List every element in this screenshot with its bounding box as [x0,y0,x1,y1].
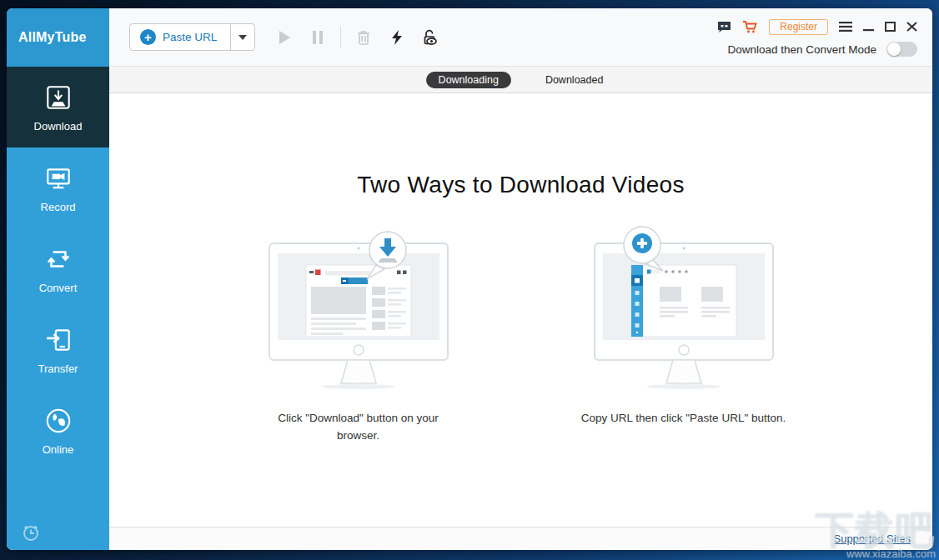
tab-strip: Downloading Downloaded [109,67,932,93]
page-title: Two Ways to Download Videos [357,172,685,198]
app-monitor-illustration [580,218,788,395]
pause-button[interactable] [307,27,329,48]
sidebar-item-label: Transfer [38,362,78,375]
close-icon[interactable] [906,19,917,34]
paste-url-label: Paste URL [163,31,217,43]
lightning-icon[interactable] [386,27,408,48]
sidebar-item-download[interactable]: Download [7,67,109,148]
sidebar-item-transfer[interactable]: Transfer [7,309,109,390]
method-figures: Click "Download" button on your browser. [254,218,788,445]
method-browser: Click "Download" button on your browser. [254,218,463,445]
play-button[interactable] [274,27,295,48]
method-caption: Copy URL then click "Paste URL" button. [581,410,786,428]
feedback-icon[interactable] [717,19,731,34]
toolbar: + Paste URL [109,8,932,67]
plus-icon: + [140,29,156,45]
transfer-icon [43,325,73,355]
mode-toggle[interactable] [886,42,917,57]
maximize-icon[interactable] [885,19,896,34]
method-caption: Click "Download" button on your browser. [260,410,456,445]
sidebar-item-record[interactable]: Record [7,148,109,228]
toolbar-icons [274,27,441,48]
header-right: Register Download then Convert M [717,18,917,57]
paste-url-dropdown-button[interactable] [230,24,254,50]
plus-button-icon [632,233,652,253]
sidebar-item-label: Record [41,201,76,213]
sidebar-item-label: Online [43,443,74,456]
cart-icon[interactable] [742,19,758,34]
sidebar-item-label: Download [34,120,83,132]
online-icon [43,406,73,436]
register-button[interactable]: Register [769,19,828,35]
sidebar-item-convert[interactable]: Convert [7,228,109,309]
paste-url-split-button: + Paste URL [129,23,255,51]
supported-sites-link[interactable]: Supported Sites [833,532,911,545]
minimize-icon[interactable] [863,19,874,34]
scheduler-clock-icon[interactable] [20,522,42,543]
mode-row: Download then Convert Mode [727,42,917,57]
record-icon [43,163,73,193]
tab-downloaded[interactable]: Downloaded [533,72,616,88]
download-icon [43,82,73,112]
mode-toggle-label: Download then Convert Mode [727,43,876,56]
content-area: Two Ways to Download Videos [109,93,932,527]
toolbar-separator [340,27,341,48]
tab-downloading[interactable]: Downloading [426,72,511,88]
convert-icon [43,244,73,274]
toggle-knob [887,42,901,56]
app-logo: AllMyTube [7,8,109,67]
app-window: AllMyTube Download [7,8,932,550]
main-column: + Paste URL [109,8,932,550]
sidebar: AllMyTube Download [7,8,109,550]
footer: Supported Sites [109,527,932,550]
delete-button[interactable] [353,27,374,48]
method-paste-url: Copy URL then click "Paste URL" button. [580,218,788,445]
browser-monitor-illustration [254,218,463,395]
chevron-down-icon [239,35,247,40]
private-mode-icon[interactable] [419,27,441,48]
menu-icon[interactable] [839,19,852,34]
window-controls: Register [717,19,917,34]
sidebar-item-label: Convert [39,282,78,294]
paste-url-button[interactable]: + Paste URL [130,24,230,50]
sidebar-item-online[interactable]: Online [7,390,109,471]
